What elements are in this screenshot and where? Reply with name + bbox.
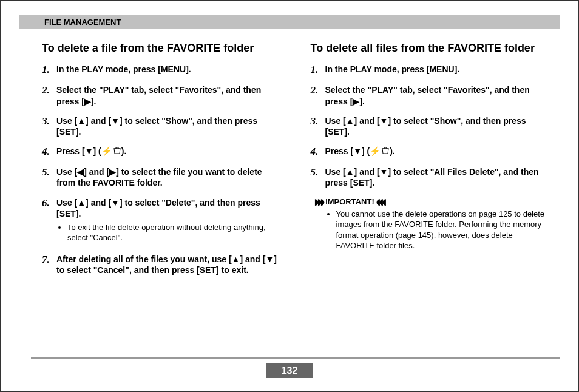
step-text: Use [▲] and [▼] to select "All Files Del… [325, 166, 550, 188]
step-number: 3. [311, 115, 325, 137]
footer-rule [31, 357, 560, 359]
step-text: Press [▼] (⚡). [56, 146, 281, 158]
step-number: 4. [42, 146, 56, 158]
step-text: Press [▼] (⚡). [325, 146, 550, 158]
step-number: 7. [42, 254, 56, 275]
step-number: 4. [311, 146, 325, 158]
step-number: 1. [311, 64, 325, 76]
step-text: Select the "PLAY" tab, select "Favorites… [56, 84, 281, 106]
trash-icon [381, 146, 390, 157]
page-number: 132 [266, 363, 314, 378]
left-steps: 1.In the PLAY mode, press [MENU]. 2.Sele… [42, 64, 281, 275]
step-number: 3. [42, 115, 56, 137]
step-text: In the PLAY mode, press [MENU]. [325, 64, 550, 76]
step-text: Use [▲] and [▼] to select "Show", and th… [325, 115, 550, 137]
right-steps: 1.In the PLAY mode, press [MENU]. 2.Sele… [311, 64, 550, 188]
deco-icon: ◖◖◖ [376, 197, 385, 206]
trash-icon [113, 146, 121, 157]
step-text: After deleting all of the files you want… [56, 254, 281, 275]
deco-icon: ◗◗◗ [314, 197, 323, 206]
substep-text: To exit the file delete operation withou… [67, 223, 281, 243]
step-number: 5. [311, 166, 325, 188]
columns: To delete a file from the FAVORITE folde… [1, 29, 578, 284]
important-label: ◗◗◗ IMPORTANT! ◖◖◖ [314, 197, 550, 206]
page: FILE MANAGEMENT To delete a file from th… [0, 0, 579, 392]
page-number-wrap: 132 [1, 363, 578, 378]
step-number: 5. [42, 166, 56, 188]
step-text: Use [▲] and [▼] to select "Show", and th… [56, 115, 281, 137]
important-box: ◗◗◗ IMPORTANT! ◖◖◖ You cannot use the de… [314, 197, 550, 251]
column-divider [296, 35, 296, 284]
step-number: 1. [42, 64, 56, 76]
left-column: To delete a file from the FAVORITE folde… [31, 35, 292, 284]
step-text: Use [▲] and [▼] to select "Delete", and … [56, 197, 281, 245]
important-text: You cannot use the delete operations on … [336, 209, 550, 251]
step-text: Select the "PLAY" tab, select "Favorites… [325, 84, 550, 106]
section-header-bar: FILE MANAGEMENT [19, 15, 560, 29]
flash-icon: ⚡ [370, 146, 380, 157]
right-title: To delete all files from the FAVORITE fo… [311, 41, 550, 55]
step-text: Use [◀] and [▶] to select the file you w… [56, 166, 281, 188]
section-header: FILE MANAGEMENT [44, 18, 553, 27]
footer-rule-thin [31, 380, 560, 380]
right-column: To delete all files from the FAVORITE fo… [300, 35, 561, 284]
flash-icon: ⚡ [101, 146, 112, 157]
step-number: 2. [311, 84, 325, 106]
step-number: 2. [42, 84, 56, 106]
step-number: 6. [42, 197, 56, 245]
step-text: In the PLAY mode, press [MENU]. [56, 64, 281, 76]
left-title: To delete a file from the FAVORITE folde… [42, 41, 281, 55]
